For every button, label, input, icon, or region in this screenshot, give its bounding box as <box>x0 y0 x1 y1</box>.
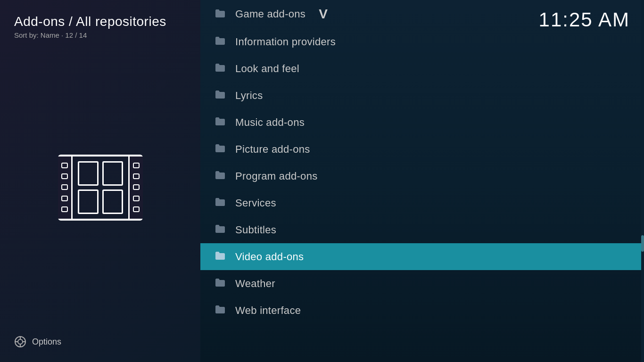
menu-item-look-and-feel[interactable]: Look and feel <box>200 55 644 82</box>
title-section: Add-ons / All repositories Sort by: Name… <box>14 14 186 39</box>
menu-item-program-add-ons[interactable]: Program add-ons <box>200 163 644 189</box>
menu-item-label: Services <box>235 197 276 209</box>
folder-icon <box>215 304 226 316</box>
page-title: Add-ons / All repositories <box>14 14 186 29</box>
film-strip-graphic <box>58 155 143 221</box>
letter-badge: V <box>319 7 328 22</box>
folder-icon <box>215 170 226 182</box>
film-hole <box>133 173 140 179</box>
menu-item-label: Game add-ons <box>235 8 305 20</box>
left-panel: Add-ons / All repositories Sort by: Name… <box>0 0 200 362</box>
film-cell <box>102 161 123 186</box>
menu-item-weather[interactable]: Weather <box>200 270 644 297</box>
folder-icon <box>215 8 226 20</box>
film-hole <box>61 163 68 168</box>
scrollbar-thumb[interactable] <box>641 235 644 252</box>
menu-item-label: Picture add-ons <box>235 143 310 156</box>
svg-point-1 <box>18 339 23 344</box>
folder-icon <box>215 90 226 101</box>
film-icon <box>58 39 143 336</box>
menu-item-services[interactable]: Services <box>200 189 644 216</box>
menu-item-web-interface[interactable]: Web interface <box>200 297 644 324</box>
menu-item-label: Music add-ons <box>235 116 305 129</box>
menu-item-video-add-ons[interactable]: Video add-ons <box>200 243 644 270</box>
film-hole <box>61 173 68 179</box>
folder-icon <box>215 36 226 48</box>
menu-list: Game add-onsV Information providers Look… <box>200 0 644 324</box>
sort-info: Sort by: Name · 12 / 14 <box>14 31 186 39</box>
folder-icon <box>215 63 226 74</box>
folder-icon <box>215 197 226 209</box>
menu-item-label: Lyrics <box>235 90 263 102</box>
menu-item-label: Look and feel <box>235 63 299 75</box>
clock-display: 11:25 AM <box>539 8 630 31</box>
film-hole <box>133 184 140 190</box>
folder-icon <box>215 116 226 128</box>
film-hole <box>133 163 140 168</box>
menu-item-lyrics[interactable]: Lyrics <box>200 82 644 109</box>
folder-icon <box>215 143 226 155</box>
film-hole <box>133 196 140 201</box>
menu-item-music-add-ons[interactable]: Music add-ons <box>200 109 644 136</box>
menu-item-label: Subtitles <box>235 224 276 236</box>
menu-item-picture-add-ons[interactable]: Picture add-ons <box>200 136 644 163</box>
folder-icon <box>215 251 226 263</box>
film-center <box>73 156 128 219</box>
menu-item-label: Web interface <box>235 304 301 317</box>
film-holes-right <box>130 156 143 219</box>
menu-item-label: Information providers <box>235 36 336 48</box>
film-cell <box>78 189 99 214</box>
menu-item-label: Video add-ons <box>235 251 304 263</box>
menu-item-information-providers[interactable]: Information providers <box>200 28 644 55</box>
folder-icon <box>215 224 226 236</box>
film-cell <box>78 161 99 186</box>
film-hole <box>61 184 68 190</box>
kodi-icon <box>14 336 26 348</box>
film-holes-left <box>58 156 71 219</box>
main-layout: Add-ons / All repositories Sort by: Name… <box>0 0 644 362</box>
options-section[interactable]: Options <box>14 336 186 348</box>
menu-item-subtitles[interactable]: Subtitles <box>200 216 644 243</box>
menu-item-label: Program add-ons <box>235 170 317 182</box>
film-hole <box>133 206 140 212</box>
folder-icon <box>215 278 226 289</box>
right-panel: 11:25 AM Game add-onsV Information provi… <box>200 0 644 362</box>
film-cell <box>102 189 123 214</box>
scrollbar[interactable] <box>641 0 644 362</box>
options-label: Options <box>32 337 61 347</box>
menu-item-label: Weather <box>235 278 275 290</box>
film-hole <box>61 206 68 212</box>
film-hole <box>61 196 68 201</box>
